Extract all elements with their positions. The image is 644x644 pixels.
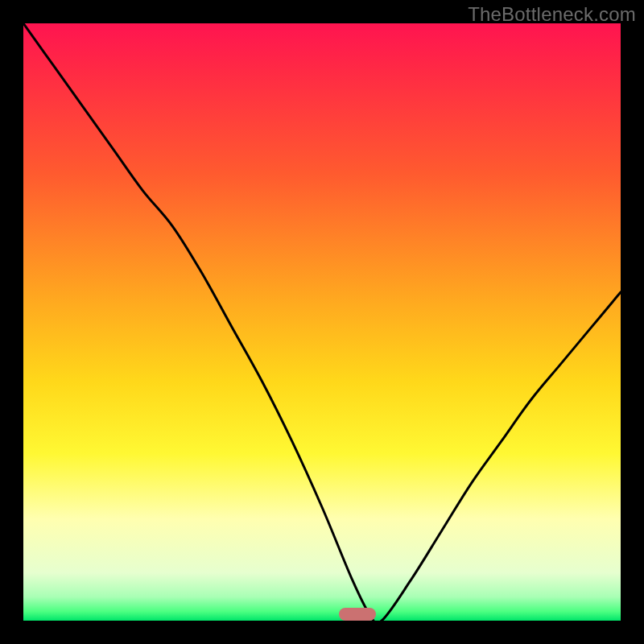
chart-frame: TheBottleneck.com xyxy=(0,0,644,644)
watermark-label: TheBottleneck.com xyxy=(468,3,636,26)
bottleneck-curve xyxy=(23,23,621,621)
curve-path xyxy=(23,23,621,621)
optimum-marker xyxy=(339,608,376,621)
